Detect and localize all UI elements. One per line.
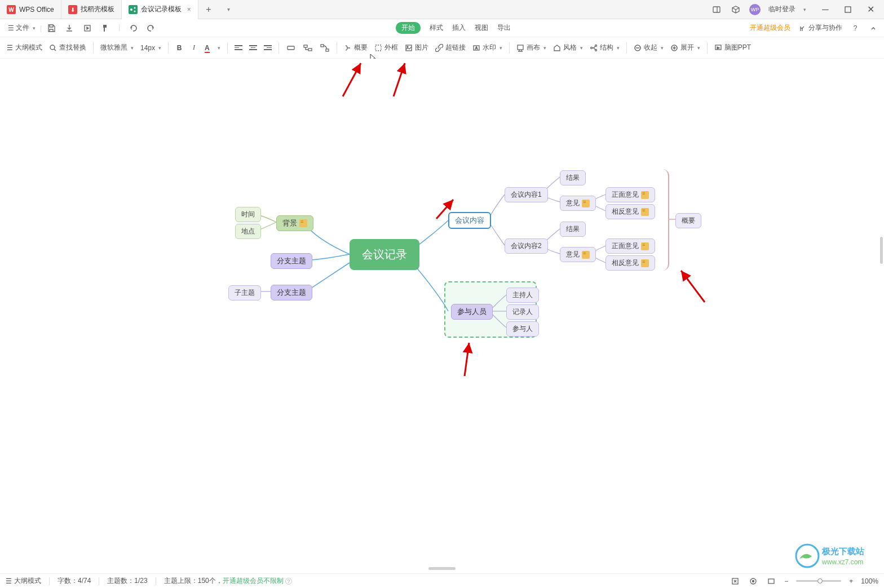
summary-button[interactable]: 概要: [344, 43, 368, 52]
node-background[interactable]: 背景: [276, 215, 313, 231]
watermark-button[interactable]: A水印▾: [472, 43, 502, 52]
zoom-level[interactable]: 100%: [861, 577, 878, 585]
menu-view[interactable]: 视图: [475, 23, 488, 33]
zoom-in-button[interactable]: +: [849, 577, 853, 585]
redo-icon[interactable]: [146, 23, 156, 33]
search-replace-button[interactable]: 查找替换: [49, 43, 86, 52]
info-icon[interactable]: ?: [285, 578, 292, 585]
collapse-ribbon-icon[interactable]: [868, 23, 878, 33]
node-neg1[interactable]: 相反意见: [605, 204, 655, 219]
svg-rect-45: [768, 579, 774, 583]
share-button[interactable]: 分享与协作: [798, 23, 842, 33]
node-summary[interactable]: 概要: [675, 213, 701, 228]
close-button[interactable]: ✕: [859, 0, 882, 19]
format-painter-icon[interactable]: [100, 23, 111, 33]
tab-label: WPS Office: [19, 6, 54, 14]
image-button[interactable]: 图片: [405, 43, 428, 52]
minimize-button[interactable]: ─: [814, 0, 837, 19]
node-branch1[interactable]: 分支主题: [271, 253, 312, 269]
sb-topic-limit: 主题上限：150个，开通超级会员不限制 ?: [164, 576, 292, 586]
topic-button[interactable]: [286, 43, 296, 53]
sb-center-icon[interactable]: [748, 576, 758, 586]
add-tab-button[interactable]: +: [198, 5, 219, 15]
node-time[interactable]: 时间: [235, 207, 261, 222]
collapse-button[interactable]: 收起▾: [634, 43, 664, 52]
node-content1[interactable]: 会议内容1: [505, 187, 548, 202]
help-icon[interactable]: ?: [850, 23, 860, 33]
relation-button[interactable]: [320, 43, 330, 53]
menu-start[interactable]: 开始: [396, 22, 421, 34]
italic-button[interactable]: I: [190, 43, 198, 52]
tab-wps[interactable]: W WPS Office: [0, 0, 61, 19]
horizontal-scroll-handle[interactable]: [428, 567, 456, 570]
expand-button[interactable]: 展开▾: [670, 43, 700, 52]
panel-icon[interactable]: [711, 4, 722, 15]
vertical-scroll-handle[interactable]: [880, 237, 883, 264]
download-icon[interactable]: [64, 23, 74, 33]
avatar[interactable]: WP: [749, 4, 761, 15]
undo-icon[interactable]: [128, 23, 138, 33]
align-center-button[interactable]: [249, 45, 257, 50]
node-recorder[interactable]: 记录人: [506, 304, 539, 320]
menu-export[interactable]: 导出: [497, 23, 511, 33]
root-node[interactable]: 会议记录: [350, 239, 419, 270]
close-icon[interactable]: ×: [187, 6, 191, 14]
save-icon[interactable]: [46, 23, 56, 33]
boundary-button[interactable]: 外框: [374, 43, 398, 52]
subtopic-button[interactable]: [303, 43, 313, 53]
sb-map-icon[interactable]: [766, 576, 776, 586]
tab-document[interactable]: 会议记录模板 ×: [122, 0, 198, 19]
sb-fit-icon[interactable]: [730, 576, 740, 586]
node-pos1[interactable]: 正面意见: [605, 187, 655, 202]
node-result1[interactable]: 结果: [560, 170, 586, 185]
toolbar: ☰ 大纲模式 查找替换 微软雅黑▾ 14px▾ B I A▾ 概要 外框 图片 …: [0, 37, 884, 59]
bold-button[interactable]: B: [175, 44, 183, 52]
node-place[interactable]: 地点: [235, 224, 261, 239]
menu-insert[interactable]: 插入: [452, 23, 466, 33]
node-host[interactable]: 主持人: [506, 288, 539, 303]
font-family-select[interactable]: 微软雅黑▾: [100, 43, 134, 52]
align-right-button[interactable]: [264, 45, 272, 50]
node-child[interactable]: 子主题: [228, 285, 261, 300]
svg-rect-10: [845, 7, 851, 12]
font-color-button[interactable]: A: [205, 44, 210, 52]
menu-style[interactable]: 样式: [430, 23, 443, 33]
node-neg2[interactable]: 相反意见: [605, 255, 655, 271]
font-size-select[interactable]: 14px▾: [140, 44, 161, 52]
node-opinion2[interactable]: 意见: [560, 247, 596, 262]
file-menu[interactable]: 文件▾: [16, 23, 36, 33]
cube-icon[interactable]: [730, 4, 741, 15]
style-button[interactable]: 风格▾: [553, 43, 583, 52]
node-opinion1[interactable]: 意见: [560, 196, 596, 211]
vip-link[interactable]: 开通超级会员: [750, 23, 790, 33]
sb-vip-link[interactable]: 开通超级会员不限制: [223, 577, 284, 585]
annotation-arrow: [431, 195, 459, 223]
ppt-button[interactable]: 脑图PPT: [714, 43, 751, 52]
chevron-down-icon[interactable]: ▾: [803, 7, 806, 12]
menu-icon[interactable]: ☰: [6, 23, 16, 33]
node-branch2[interactable]: 分支主题: [271, 285, 312, 300]
sb-outline-button[interactable]: ☰ 大纲模式: [6, 576, 41, 586]
maximize-button[interactable]: [837, 0, 859, 19]
note-icon: [641, 191, 649, 199]
tab-templates[interactable]: ⬇ 找稻壳模板: [61, 0, 122, 19]
node-content2[interactable]: 会议内容2: [505, 238, 548, 254]
canvas-button[interactable]: 画布▾: [516, 43, 546, 52]
export-icon[interactable]: [82, 23, 92, 33]
tab-list-button[interactable]: ▾: [219, 6, 239, 12]
svg-line-13: [54, 49, 56, 51]
align-left-button[interactable]: [235, 45, 242, 50]
node-pos2[interactable]: 正面意见: [605, 238, 655, 254]
zoom-slider[interactable]: [796, 580, 841, 582]
node-people[interactable]: 参与人员: [451, 304, 493, 320]
node-result2[interactable]: 结果: [560, 222, 586, 237]
login-status[interactable]: 临时登录: [768, 5, 795, 14]
zoom-out-button[interactable]: −: [784, 577, 788, 585]
node-attendee[interactable]: 参与人: [506, 321, 539, 337]
structure-button[interactable]: 结构▾: [590, 43, 620, 52]
svg-rect-4: [129, 5, 138, 14]
canvas[interactable]: 会议记录 背景 时间 地点 分支主题 分支主题 子主题 会议内容 会议内容1 会…: [0, 59, 884, 573]
hyperlink-button[interactable]: 超链接: [435, 43, 466, 52]
outline-mode-button[interactable]: ☰ 大纲模式: [7, 43, 42, 52]
svg-rect-19: [375, 45, 381, 51]
